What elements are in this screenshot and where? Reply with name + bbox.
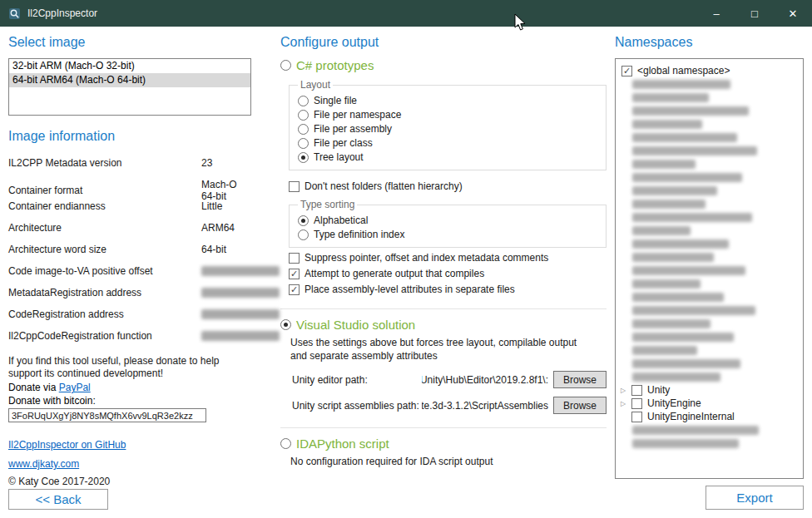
namespace-item-redacted[interactable] xyxy=(621,184,800,197)
namespace-item-unityengineinternal[interactable]: UnityEngineInternal xyxy=(621,410,800,423)
donate-paypal-line: Donate via PayPal xyxy=(8,382,251,393)
namespace-item-global[interactable]: <global namespace> xyxy=(621,64,800,77)
namespace-item-redacted[interactable] xyxy=(621,157,800,170)
namespace-item-redacted[interactable] xyxy=(621,343,800,357)
website-link[interactable]: www.djkaty.com xyxy=(8,458,79,470)
namespace-item-redacted[interactable] xyxy=(621,330,800,343)
radio-sorting-alphabetical[interactable]: Alphabetical xyxy=(298,215,599,226)
namespaces-title: Namespaces xyxy=(615,35,804,50)
radio-visual-studio-solution[interactable]: Visual Studio solution xyxy=(280,318,607,332)
namespace-label: <global namespace> xyxy=(637,65,730,76)
info-row: MetadataRegistration address xyxy=(8,287,251,298)
namespace-item-redacted[interactable] xyxy=(621,104,800,117)
unity-script-path-value: ate.3d-3.1.2\ScriptAssemblies xyxy=(422,400,553,412)
unity-editor-path-value: :\Unity\Hub\Editor\2019.2.8f1 xyxy=(422,374,553,386)
unity-editor-path-label: Unity editor path: xyxy=(292,374,422,386)
image-list-item[interactable]: 64-bit ARM64 (Mach-O 64-bit) xyxy=(9,73,250,87)
checkbox-suppress-pointer,-offset[interactable]: Suppress pointer, offset and index metad… xyxy=(289,252,607,264)
info-value-redacted xyxy=(201,266,280,276)
namespace-item-redacted[interactable] xyxy=(621,77,800,91)
checkbox-attempt-to-generate[interactable]: Attempt to generate output that compiles xyxy=(289,268,607,279)
checkbox-icon xyxy=(289,253,300,264)
redacted-text xyxy=(632,226,691,235)
checkbox-icon xyxy=(289,269,300,279)
radio-idapython-script[interactable]: IDAPython script xyxy=(280,437,607,451)
namespace-item-redacted[interactable] xyxy=(621,210,800,224)
redacted-text xyxy=(632,439,739,448)
namespace-item-redacted[interactable] xyxy=(621,131,800,144)
redacted-text xyxy=(632,160,696,169)
redacted-text xyxy=(632,120,702,129)
unity-script-path-row: Unity script assemblies path: ate.3d-3.1… xyxy=(292,397,607,414)
namespace-item-redacted[interactable] xyxy=(621,277,800,290)
radio-label: Single file xyxy=(314,95,357,106)
configure-output-title: Configure output xyxy=(280,35,607,50)
namespace-item-redacted[interactable] xyxy=(621,370,800,383)
namespace-item-redacted[interactable] xyxy=(621,423,800,437)
maximize-button[interactable]: □ xyxy=(735,0,774,27)
redacted-text xyxy=(632,333,734,342)
namespaces-tree[interactable]: <global namespace>▷Unity▷UnityEngineUnit… xyxy=(615,58,804,479)
checkbox-icon xyxy=(631,412,642,422)
redacted-text xyxy=(632,426,759,435)
info-label: Architecture xyxy=(8,222,201,234)
namespace-item-redacted[interactable] xyxy=(621,170,800,184)
radio-icon xyxy=(298,138,309,149)
namespace-item-redacted[interactable] xyxy=(621,317,800,330)
redacted-text xyxy=(632,279,701,289)
info-label: Code image-to-VA positive offset xyxy=(8,265,201,277)
window-title: Il2CppInspector xyxy=(27,7,97,19)
namespace-item-redacted[interactable] xyxy=(621,91,800,104)
namespace-item-redacted[interactable] xyxy=(621,290,800,303)
vs-description: Uses the settings above but forces tree … xyxy=(290,337,590,363)
radio-icon xyxy=(298,215,309,226)
redacted-text xyxy=(632,253,714,262)
namespace-item-redacted[interactable] xyxy=(621,224,800,237)
radio-layout-file-per-namespace[interactable]: File per namespace xyxy=(298,109,599,121)
radio-layout-tree-layout[interactable]: Tree layout xyxy=(298,151,599,163)
namespace-item-redacted[interactable] xyxy=(621,303,800,317)
namespace-item-unity[interactable]: ▷Unity xyxy=(621,383,800,397)
radio-icon xyxy=(298,229,309,240)
expander-icon[interactable]: ▷ xyxy=(621,400,631,407)
browse-editor-button[interactable]: Browse xyxy=(553,371,607,388)
namespace-item-redacted[interactable] xyxy=(621,144,800,157)
radio-layout-file-per-class[interactable]: File per class xyxy=(298,137,599,149)
bitcoin-address-input[interactable] xyxy=(8,408,206,422)
paypal-link[interactable]: PayPal xyxy=(59,382,91,393)
info-value-redacted xyxy=(201,309,280,319)
info-row: Architecture word size64-bit xyxy=(8,244,251,254)
back-button[interactable]: << Back xyxy=(8,489,108,510)
close-button[interactable]: ✕ xyxy=(774,0,812,27)
image-listbox[interactable]: 32-bit ARM (Mach-O 32-bit)64-bit ARM64 (… xyxy=(8,58,251,116)
expander-icon[interactable]: ▷ xyxy=(621,387,631,394)
redacted-text xyxy=(632,372,720,382)
radio-csharp-prototypes[interactable]: C# prototypes xyxy=(280,58,607,72)
namespace-item-redacted[interactable] xyxy=(621,250,800,264)
namespace-item-redacted[interactable] xyxy=(621,197,800,210)
browse-script-button[interactable]: Browse xyxy=(553,397,607,414)
checkbox-icon xyxy=(631,398,642,409)
checkbox-place-assembly-level-attributes[interactable]: Place assembly-level attributes in separ… xyxy=(289,284,607,295)
image-list-item[interactable]: 32-bit ARM (Mach-O 32-bit) xyxy=(9,59,250,73)
info-value: Little xyxy=(201,200,251,212)
namespace-item-redacted[interactable] xyxy=(621,237,800,250)
ida-description: No configuration required for IDA script… xyxy=(290,456,607,467)
namespace-item-redacted[interactable] xyxy=(621,264,800,277)
layout-group-title: Layout xyxy=(298,79,333,91)
info-label: Il2CppCodeRegistration function xyxy=(8,330,201,342)
copyright-text: © Katy Coe 2017-2020 xyxy=(8,475,251,489)
type-sorting-group-title: Type sorting xyxy=(298,199,357,210)
radio-layout-single-file[interactable]: Single file xyxy=(298,95,599,106)
namespace-item-redacted[interactable] xyxy=(621,117,800,131)
radio-sorting-type-definition-index[interactable]: Type definition index xyxy=(298,229,599,240)
checkbox-flatten-hierarchy[interactable]: Don't nest folders (flatten hierarchy) xyxy=(289,180,607,192)
github-link[interactable]: Il2CppInspector on GitHub xyxy=(8,439,126,451)
radio-layout-file-per-assembly[interactable]: File per assembly xyxy=(298,123,599,135)
export-button[interactable]: Export xyxy=(706,486,804,510)
checkbox-label: Place assembly-level attributes in separ… xyxy=(304,284,515,295)
namespace-item-redacted[interactable] xyxy=(621,437,800,450)
namespace-item-unityengine[interactable]: ▷UnityEngine xyxy=(621,397,800,410)
namespace-item-redacted[interactable] xyxy=(621,357,800,370)
minimize-button[interactable]: – xyxy=(697,0,735,27)
